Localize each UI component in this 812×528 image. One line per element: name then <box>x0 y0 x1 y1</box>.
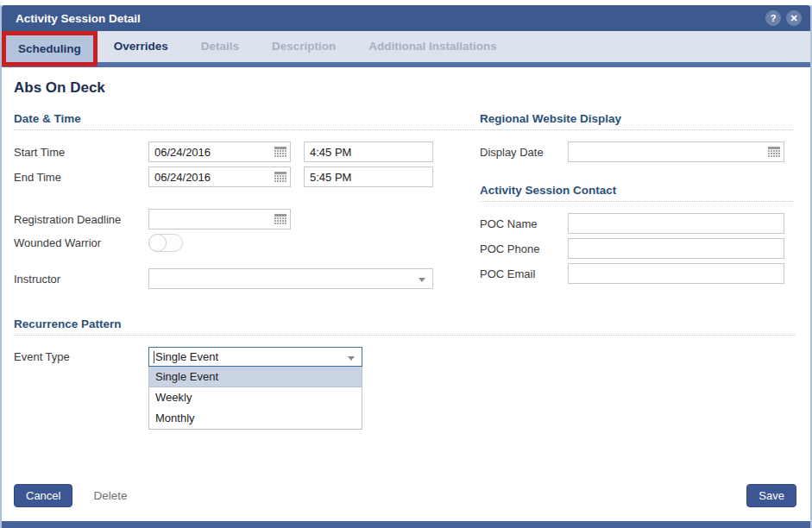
event-type-option-list: Single Event Weekly Monthly <box>148 367 362 430</box>
chevron-down-icon <box>348 356 355 361</box>
registration-deadline-row: Registration Deadline <box>14 209 480 229</box>
tab-description[interactable]: Description <box>255 31 352 62</box>
scheduling-tab-content: Abs On Deck Date & Time Start Time <box>2 67 810 521</box>
help-icon[interactable]: ? <box>765 10 781 26</box>
option-monthly[interactable]: Monthly <box>149 408 362 429</box>
display-date-input[interactable] <box>568 141 784 162</box>
end-date-wrapper <box>148 167 291 187</box>
page-title: Abs On Deck <box>14 79 796 97</box>
dialog-bottom-border <box>2 521 810 528</box>
event-type-combobox[interactable]: Single Event <box>148 347 362 367</box>
close-icon[interactable]: ✕ <box>786 10 802 26</box>
registration-deadline-input[interactable] <box>148 209 291 229</box>
display-date-row: Display Date <box>480 141 793 162</box>
section-recurrence-pattern: Recurrence Pattern <box>14 317 795 336</box>
tab-details[interactable]: Details <box>185 31 255 62</box>
display-date-label: Display Date <box>480 146 568 159</box>
instructor-row: Instructor <box>14 268 480 289</box>
calendar-icon[interactable] <box>274 214 286 225</box>
start-time-input[interactable] <box>304 141 433 162</box>
start-date-wrapper <box>148 141 291 162</box>
calendar-icon[interactable] <box>274 147 286 158</box>
poc-name-row: POC Name <box>480 213 793 234</box>
start-time-label: Start Time <box>14 146 148 159</box>
wounded-warrior-row: Wounded Warrior <box>14 234 480 252</box>
poc-phone-input[interactable] <box>568 238 784 259</box>
tab-additional-installations[interactable]: Additional Installations <box>352 31 513 62</box>
poc-phone-row: POC Phone <box>480 238 793 259</box>
instructor-dropdown[interactable] <box>148 268 433 289</box>
tab-bar-accent-strip <box>2 62 810 67</box>
wounded-warrior-label: Wounded Warrior <box>14 236 148 249</box>
option-weekly[interactable]: Weekly <box>149 387 362 408</box>
dialog-titlebar: Activity Session Detail ? ✕ <box>2 5 810 31</box>
registration-deadline-wrapper <box>148 209 291 229</box>
poc-name-label: POC Name <box>480 217 568 230</box>
section-regional-website-display: Regional Website Display <box>480 112 793 130</box>
wounded-warrior-toggle[interactable] <box>148 234 183 252</box>
event-type-label: Event Type <box>14 347 148 363</box>
instructor-label: Instructor <box>14 273 148 286</box>
cancel-button[interactable]: Cancel <box>14 484 72 507</box>
left-column: Date & Time Start Time <box>14 112 480 293</box>
end-date-input[interactable] <box>148 167 291 187</box>
poc-email-input[interactable] <box>568 263 784 284</box>
option-single-event[interactable]: Single Event <box>149 367 362 387</box>
chevron-down-icon <box>419 278 425 282</box>
start-date-input[interactable] <box>148 141 291 162</box>
dialog-footer: Cancel Delete Save <box>14 484 796 507</box>
screen: Activity Session Detail ? ✕ Scheduling O… <box>0 0 812 528</box>
event-type-row: Event Type Single Event Single Event Wee… <box>14 347 796 367</box>
poc-name-input[interactable] <box>568 213 784 234</box>
poc-phone-label: POC Phone <box>480 242 568 255</box>
dialog-title: Activity Session Detail <box>16 12 760 25</box>
right-column: Regional Website Display Display Date <box>480 112 796 293</box>
start-time-row: Start Time <box>14 141 480 162</box>
end-time-label: End Time <box>14 171 148 184</box>
delete-link[interactable]: Delete <box>93 489 127 502</box>
tab-scheduling[interactable]: Scheduling <box>2 31 98 66</box>
event-type-value: Single Event <box>155 350 218 363</box>
calendar-icon[interactable] <box>768 147 780 158</box>
display-date-wrapper <box>568 141 784 162</box>
registration-deadline-label: Registration Deadline <box>14 213 148 226</box>
poc-email-row: POC Email <box>480 263 793 284</box>
tab-overrides[interactable]: Overrides <box>98 31 185 62</box>
section-date-time: Date & Time <box>14 112 480 130</box>
end-time-row: End Time <box>14 167 480 187</box>
end-time-input[interactable] <box>304 167 433 187</box>
activity-session-detail-dialog: Activity Session Detail ? ✕ Scheduling O… <box>0 5 812 528</box>
section-activity-session-contact: Activity Session Contact <box>480 184 793 202</box>
save-button[interactable]: Save <box>746 484 796 507</box>
poc-email-label: POC Email <box>480 267 568 280</box>
tab-bar: Scheduling Overrides Details Description… <box>2 31 810 62</box>
toggle-knob <box>148 234 167 252</box>
calendar-icon[interactable] <box>274 172 286 183</box>
event-type-combobox-wrapper: Single Event Single Event Weekly Monthly <box>148 347 362 367</box>
text-cursor <box>154 351 154 363</box>
